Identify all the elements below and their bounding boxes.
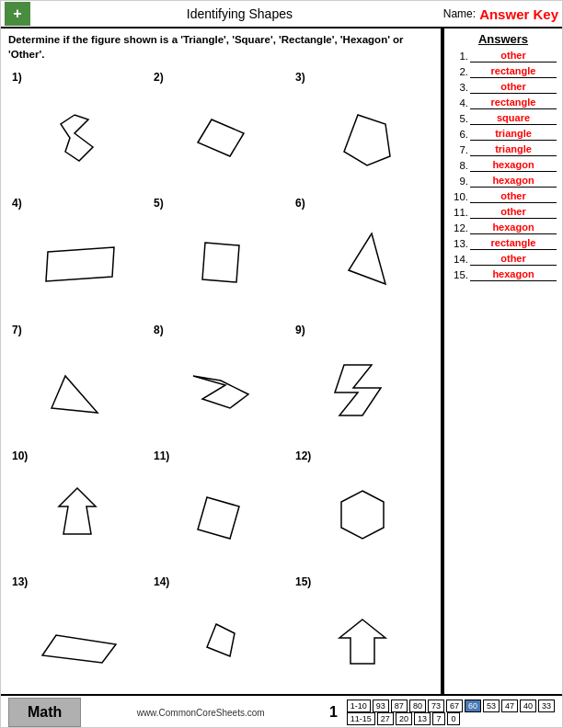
stats-row-1: 1-10 93 87 80 73 67 60 53 47 40 33 [347, 700, 555, 712]
answer-item-num: 6. [450, 129, 468, 140]
shape-svg-11 [154, 464, 288, 568]
shapes-grid: 1) 2) [8, 67, 433, 698]
shape-num-10: 10) [12, 449, 146, 462]
shape-cell-7: 7) [8, 320, 150, 446]
shape-svg-13 [12, 590, 146, 694]
answer-item-num: 8. [450, 160, 468, 171]
answer-item-num: 5. [450, 113, 468, 124]
answer-item-value: rectangle [470, 97, 557, 109]
answer-item: 13.rectangle [450, 237, 557, 250]
svg-marker-10 [341, 491, 384, 539]
shape-cell-14: 14) [150, 572, 292, 698]
svg-marker-8 [59, 488, 96, 534]
shape-num-12: 12) [295, 449, 430, 462]
instructions: Determine if the figure shown is a 'Tria… [8, 32, 433, 62]
shape-cell-9: 9) [292, 320, 433, 446]
shape-num-15: 15) [295, 575, 430, 588]
answer-item: 10.other [450, 190, 557, 203]
answer-item-value: rectangle [470, 237, 557, 250]
answer-item-value: other [470, 81, 557, 94]
shape-cell-15: 15) [292, 572, 433, 698]
answer-key-panel: Answers 1.other2.rectangle3.other4.recta… [442, 28, 562, 694]
answer-item-value: hexagon [470, 159, 557, 172]
svg-marker-9 [198, 497, 239, 539]
footer-stats: 1-10 93 87 80 73 67 60 53 47 40 33 11-15… [347, 700, 555, 725]
shape-num-4: 4) [12, 197, 146, 210]
shape-cell-5: 5) [150, 193, 292, 319]
answer-item-num: 1. [450, 51, 468, 62]
stat-label-11-15: 11-15 [347, 712, 375, 725]
svg-marker-3 [202, 243, 239, 282]
shape-num-7: 7) [12, 324, 146, 336]
answer-item-value: hexagon [470, 175, 557, 188]
answer-item: 15.hexagon [450, 268, 557, 281]
shape-num-11: 11) [154, 449, 288, 462]
shape-num-1: 1) [12, 71, 146, 84]
page-title: Identifying Shapes [36, 6, 443, 21]
shape-svg-3 [295, 85, 430, 189]
answer-item: 4.rectangle [450, 97, 557, 109]
answer-item-num: 10. [450, 191, 468, 202]
svg-marker-6 [193, 376, 248, 408]
answer-item: 5.square [450, 112, 557, 125]
shape-svg-2 [154, 85, 288, 189]
answer-item-num: 14. [450, 254, 468, 265]
main-area: Determine if the figure shown is a 'Tria… [1, 28, 442, 694]
svg-marker-12 [207, 624, 235, 656]
shape-num-3: 3) [295, 71, 430, 84]
svg-marker-13 [339, 620, 385, 664]
shape-cell-8: 8) [150, 320, 292, 446]
answer-items-list: 1.other2.rectangle3.other4.rectangle5.sq… [450, 50, 557, 281]
answer-item-value: other [470, 206, 557, 219]
answer-key-title: Answers [450, 32, 557, 46]
answer-item: 14.other [450, 253, 557, 266]
shape-cell-2: 2) [150, 67, 292, 193]
svg-marker-4 [349, 233, 385, 284]
logo: + [5, 2, 30, 26]
name-label: Name: [443, 7, 476, 20]
shape-num-9: 9) [295, 324, 430, 336]
svg-marker-0 [198, 119, 244, 156]
answer-item-value: other [470, 190, 557, 203]
answer-item: 11.other [450, 206, 557, 219]
svg-marker-5 [52, 376, 98, 413]
stats-row-2: 11-15 27 20 13 7 0 [347, 712, 555, 725]
shape-svg-1 [12, 85, 146, 189]
answer-item-num: 9. [450, 176, 468, 187]
answer-item: 7.triangle [450, 143, 557, 156]
answer-item-value: triangle [470, 143, 557, 156]
answer-item: 9.hexagon [450, 175, 557, 188]
answer-item-value: hexagon [470, 268, 557, 281]
answer-item-num: 7. [450, 144, 468, 155]
shape-svg-12 [295, 464, 430, 568]
shape-num-8: 8) [154, 324, 288, 336]
content-wrapper: Determine if the figure shown is a 'Tria… [1, 28, 562, 694]
shape-svg-14 [154, 590, 288, 694]
shape-svg-5 [154, 211, 288, 315]
answer-item-num: 4. [450, 97, 468, 108]
shape-svg-10 [12, 464, 146, 568]
answer-item-num: 2. [450, 66, 468, 77]
answer-item-value: hexagon [470, 222, 557, 234]
answer-item: 12.hexagon [450, 222, 557, 234]
shape-num-14: 14) [154, 575, 288, 588]
shape-svg-4 [12, 211, 146, 315]
answer-item: 8.hexagon [450, 159, 557, 172]
shape-svg-8 [154, 338, 288, 442]
answer-item-value: other [470, 253, 557, 266]
shape-svg-15 [295, 590, 430, 694]
shape-svg-7 [12, 338, 146, 442]
answer-item-value: square [470, 112, 557, 125]
answer-key-label: Answer Key [479, 6, 558, 22]
page-number: 1 [329, 704, 338, 721]
footer-url: www.CommonCoreSheets.com [81, 708, 320, 718]
svg-marker-2 [46, 247, 114, 281]
answer-item-num: 11. [450, 207, 468, 218]
answer-item: 2.rectangle [450, 65, 557, 78]
svg-marker-11 [42, 635, 116, 663]
shape-num-6: 6) [295, 197, 430, 210]
shape-svg-6 [295, 211, 430, 315]
answer-item-num: 15. [450, 269, 468, 280]
answer-item-num: 13. [450, 238, 468, 249]
answer-item-num: 12. [450, 222, 468, 233]
